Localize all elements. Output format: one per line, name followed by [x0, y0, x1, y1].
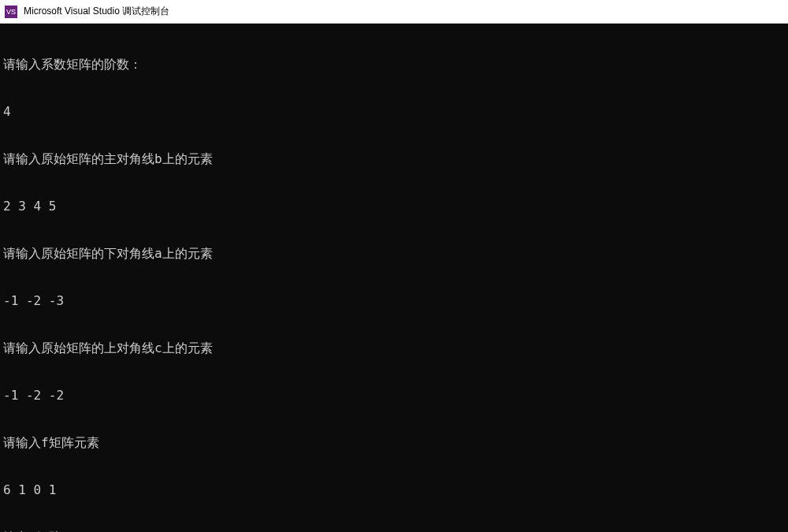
console-line: 请输入原始矩阵的主对角线b上的元素 [3, 151, 785, 167]
console-line: 请输入f矩阵元素 [3, 435, 785, 451]
console-line: 请输入原始矩阵的下对角线a上的元素 [3, 246, 785, 262]
console-output[interactable]: 请输入系数矩阵的阶数： 4 请输入原始矩阵的主对角线b上的元素 2 3 4 5 … [0, 24, 788, 532]
title-bar[interactable]: VS Microsoft Visual Studio 调试控制台 [0, 0, 788, 24]
console-line: 4 [3, 104, 785, 120]
console-line: 请输入原始矩阵的上对角线c上的元素 [3, 340, 785, 356]
console-line: -1 -2 -2 [3, 388, 785, 404]
vs-icon: VS [5, 6, 17, 18]
vs-icon-label: VS [6, 8, 16, 16]
console-line: 2 3 4 5 [3, 199, 785, 214]
console-line: 请输入系数矩阵的阶数： [3, 57, 785, 73]
console-line: -1 -2 -3 [3, 293, 785, 309]
window-title: Microsoft Visual Studio 调试控制台 [24, 5, 169, 18]
console-line: 6 1 0 1 [3, 482, 785, 498]
